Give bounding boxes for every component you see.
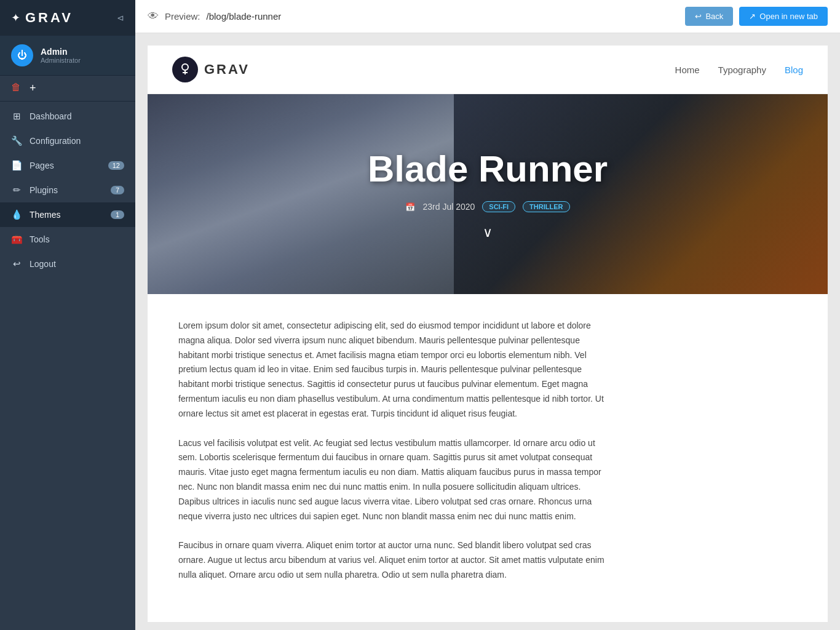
- logout-icon: ↩: [11, 258, 22, 269]
- sidebar-header: ✦ GRAV ⊲: [0, 0, 135, 36]
- user-name: Admin: [41, 47, 81, 57]
- sidebar-item-label: Themes: [30, 210, 61, 220]
- sidebar-logo-text: GRAV: [25, 10, 73, 26]
- main-area: 👁 Preview: /blog/blade-runner ↩ Back ↗ O…: [135, 0, 840, 630]
- site-nav-typography[interactable]: Typography: [718, 65, 766, 75]
- sidebar-user-section: ⏻ Admin Administrator: [0, 36, 135, 76]
- sidebar-logo-area: ✦ GRAV: [11, 10, 73, 26]
- site-nav-home[interactable]: Home: [675, 65, 700, 75]
- avatar: ⏻: [11, 44, 33, 66]
- open-new-tab-button[interactable]: ↗ Open in new tab: [739, 7, 828, 26]
- sidebar-collapse-icon[interactable]: ⊲: [117, 13, 124, 23]
- sidebar-item-themes[interactable]: 💧 Themes 1: [0, 202, 135, 227]
- sidebar-nav: ⊞ Dashboard 🔧 Configuration 📄 Pages 12 ✏…: [0, 102, 135, 630]
- sidebar-item-label: Configuration: [30, 136, 81, 146]
- sidebar-item-label: Plugins: [30, 185, 58, 195]
- tools-icon: 🧰: [11, 234, 22, 245]
- preview-frame: GRAV Home Typography Blog Blade Runner 📅…: [148, 46, 828, 622]
- grav-logo-icon: ✦: [11, 11, 20, 25]
- site-nav: Home Typography Blog: [675, 65, 803, 75]
- sidebar-item-dashboard[interactable]: ⊞ Dashboard: [0, 104, 135, 129]
- external-link-icon: ↗: [749, 12, 756, 21]
- pages-badge: 12: [108, 161, 124, 170]
- sidebar-item-pages[interactable]: 📄 Pages 12: [0, 153, 135, 178]
- back-arrow-icon: ↩: [695, 12, 702, 21]
- tag-sci-fi: SCI-FI: [482, 201, 515, 212]
- plugins-badge: 7: [111, 186, 124, 194]
- plugins-icon: ✏: [11, 185, 22, 196]
- hero-scroll-chevron: ∨: [368, 225, 608, 241]
- site-header: GRAV Home Typography Blog: [148, 46, 828, 94]
- site-logo-area: GRAV: [172, 57, 250, 82]
- sidebar-item-label: Logout: [30, 259, 56, 269]
- sidebar-actions: 🗑 +: [0, 76, 135, 102]
- user-info: Admin Administrator: [41, 47, 81, 64]
- configuration-icon: 🔧: [11, 135, 22, 146]
- hero-section: Blade Runner 📅 23rd Jul 2020 SCI-FI THRI…: [148, 94, 828, 294]
- hero-meta: 📅 23rd Jul 2020 SCI-FI THRILLER: [368, 201, 608, 212]
- topbar-actions: ↩ Back ↗ Open in new tab: [685, 7, 828, 26]
- user-role: Administrator: [41, 57, 81, 64]
- hero-date: 23rd Jul 2020: [422, 202, 475, 212]
- calendar-icon: 📅: [405, 202, 415, 212]
- preview-label: Preview:: [165, 11, 200, 22]
- topbar-preview-info: 👁 Preview: /blog/blade-runner: [148, 10, 281, 23]
- sidebar: ✦ GRAV ⊲ ⏻ Admin Administrator 🗑 + ⊞ Das…: [0, 0, 135, 630]
- site-nav-blog[interactable]: Blog: [785, 65, 803, 75]
- pages-icon: 📄: [11, 160, 22, 171]
- tag-thriller: THRILLER: [523, 201, 569, 212]
- sidebar-item-configuration[interactable]: 🔧 Configuration: [0, 129, 135, 153]
- preview-area[interactable]: GRAV Home Typography Blog Blade Runner 📅…: [135, 33, 840, 630]
- hero-content: Blade Runner 📅 23rd Jul 2020 SCI-FI THRI…: [368, 148, 608, 241]
- themes-badge: 1: [111, 210, 124, 219]
- article-content: Lorem ipsum dolor sit amet, consectetur …: [148, 294, 640, 622]
- dashboard-icon: ⊞: [11, 111, 22, 122]
- delete-button[interactable]: 🗑: [11, 82, 21, 95]
- sidebar-item-plugins[interactable]: ✏ Plugins 7: [0, 178, 135, 202]
- preview-path: /blog/blade-runner: [207, 11, 282, 22]
- sidebar-item-label: Dashboard: [30, 111, 72, 121]
- article-para-3: Faucibus in ornare quam viverra. Aliquet…: [178, 538, 609, 582]
- site-logo-icon: [172, 57, 198, 82]
- sidebar-item-logout[interactable]: ↩ Logout: [0, 252, 135, 276]
- back-button[interactable]: ↩ Back: [685, 7, 733, 26]
- add-button[interactable]: +: [30, 82, 36, 95]
- preview-eye-icon: 👁: [148, 10, 159, 23]
- sidebar-item-label: Pages: [30, 161, 54, 170]
- svg-point-0: [182, 64, 188, 70]
- topbar: 👁 Preview: /blog/blade-runner ↩ Back ↗ O…: [135, 0, 840, 33]
- themes-icon: 💧: [11, 209, 22, 220]
- site-logo-name: GRAV: [204, 62, 250, 78]
- article-para-1: Lorem ipsum dolor sit amet, consectetur …: [178, 319, 609, 421]
- sidebar-item-tools[interactable]: 🧰 Tools: [0, 227, 135, 252]
- hero-title: Blade Runner: [368, 148, 608, 190]
- sidebar-item-label: Tools: [30, 234, 50, 244]
- article-para-2: Lacus vel facilisis volutpat est velit. …: [178, 436, 609, 524]
